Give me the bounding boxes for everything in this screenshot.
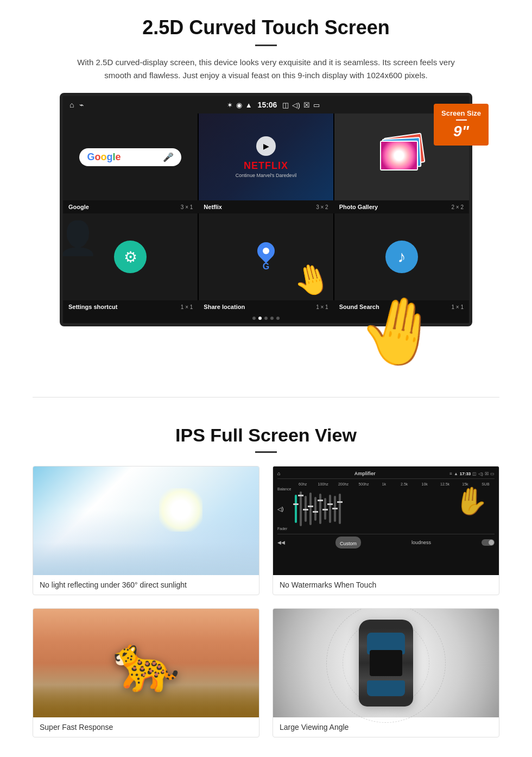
app-grid-top: Google 🎤 ▶ NETFLIX Continue Marvel's Dar… (63, 113, 469, 200)
hand-pointer-icon: 🤚 (289, 258, 333, 300)
flower-image (381, 142, 417, 169)
amp-speaker-icon: ◁) (277, 506, 293, 512)
google-logo: Google (87, 152, 121, 163)
slider-2 (300, 491, 302, 526)
slider-7 (324, 498, 326, 520)
gear-icon: ⚙ (124, 248, 137, 266)
thumb-5 (313, 511, 318, 513)
section2-title-divider (255, 451, 277, 453)
section1-title: 2.5D Curved Touch Screen (33, 16, 499, 39)
sunlight-label-text: No light reflecting under 360° direct su… (40, 581, 187, 589)
freq-500: 500hz (354, 482, 372, 486)
wifi-icon: ▲ (245, 101, 252, 109)
amp-balance-label: Balance (277, 487, 293, 491)
amp-menu-icon: ≡ (449, 471, 452, 476)
cheetah-emoji: 🐆 (112, 636, 180, 690)
device-mockup: Screen Size 9" ⌂ ⌁ ✶ ◉ ▲ 15:06 ◫ ◁) ☒ (60, 93, 472, 326)
thumb-10 (337, 501, 343, 503)
thumb-6 (318, 500, 323, 501)
cheetah-ground (33, 685, 259, 717)
amp-top-bar: ⌂ Amplifier ≡ ▲ 17:33 ◫ ◁) ☒ ▭ (277, 471, 495, 479)
section-curved-touch: 2.5D Curved Touch Screen With 2.5D curve… (0, 0, 532, 381)
amp-side-labels: Balance ◁) Fader (277, 487, 293, 531)
feature-sunlight: No light reflecting under 360° direct su… (33, 466, 259, 595)
photo-card-3 (380, 141, 418, 171)
netflix-app-cell[interactable]: ▶ NETFLIX Continue Marvel's Daredevil (199, 113, 333, 200)
soundsearch-size: 1 × 1 (451, 304, 464, 310)
dot-2-active (258, 317, 262, 320)
freq-12k5: 12.5k (436, 482, 454, 486)
amp-vol-icon: ◁) (478, 471, 483, 476)
sun-rays (159, 488, 202, 532)
mic-icon[interactable]: 🎤 (163, 152, 174, 162)
location-icon: ◉ (236, 101, 242, 109)
amp-time: 17:33 (460, 471, 471, 476)
photogallery-label: Photo Gallery (339, 204, 378, 210)
map-pin-dot (262, 247, 271, 256)
google-maps-marker: G (257, 242, 275, 272)
google-app-cell[interactable]: Google 🎤 (63, 113, 198, 200)
amplifier-label: No Watermarks When Touch (273, 575, 499, 595)
dot-3 (264, 317, 268, 320)
netflix-play-btn[interactable]: ▶ (256, 136, 276, 156)
freq-100: 100hz (314, 482, 332, 486)
settings-label-item: Settings shortcut 1 × 1 (63, 302, 198, 311)
sound-search-app-cell[interactable]: ♪ (334, 213, 469, 300)
map-pin-shape (254, 238, 278, 263)
share-location-app-cell[interactable]: G 🤚 (199, 213, 333, 300)
slider-8 (329, 495, 331, 523)
horizon-glow (33, 542, 259, 575)
section1-description: With 2.5D curved-display screen, this de… (76, 56, 456, 82)
settings-label: Settings shortcut (68, 304, 117, 310)
settings-app-cell[interactable]: 👤 ⚙ (63, 213, 198, 300)
amp-hand-overlay: ✋ (453, 484, 490, 518)
slider-1 (295, 495, 297, 523)
status-time: 15:06 (258, 100, 277, 109)
thumb-4 (308, 506, 313, 507)
amp-title: Amplifier (354, 471, 376, 476)
status-bar: ⌂ ⌁ ✶ ◉ ▲ 15:06 ◫ ◁) ☒ ▭ (63, 96, 469, 113)
dot-1 (252, 317, 256, 320)
amp-x-icon: ☒ (485, 471, 489, 476)
touch-hand-overlay: 🤚 (352, 287, 446, 376)
bg-ghost-1: 👤 (63, 219, 98, 257)
amp-custom-btn[interactable]: Custom (335, 537, 361, 548)
netflix-label: Netflix (204, 204, 222, 210)
screenx-icon: ☒ (303, 101, 310, 109)
freq-sub: SUB (477, 482, 495, 486)
amp-ui-container: ⌂ Amplifier ≡ ▲ 17:33 ◫ ◁) ☒ ▭ (273, 466, 499, 575)
sharelocation-size: 1 × 1 (316, 304, 328, 310)
features-grid: No light reflecting under 360° direct su… (33, 466, 499, 737)
photogallery-label-item: Photo Gallery 2 × 2 (334, 203, 469, 211)
amp-status-icons: ≡ ▲ 17:33 ◫ ◁) ☒ ▭ (449, 471, 495, 476)
volume-icon: ◁) (292, 101, 300, 109)
cheetah-label: Super Fast Response (33, 717, 259, 737)
freq-1k: 1k (375, 482, 393, 486)
freq-10k: 10k (415, 482, 433, 486)
car-rear-window (367, 680, 405, 696)
section-ips: IPS Full Screen View No light reflecting… (0, 414, 532, 754)
cheetah-image: 🐆 (33, 609, 259, 717)
sharelocation-label: Share location (204, 304, 245, 310)
photo-stack (380, 135, 423, 179)
freq-200: 200hz (334, 482, 352, 486)
car-roof (370, 650, 402, 676)
slider-6 (319, 494, 321, 524)
amp-home-icon: ⌂ (277, 471, 280, 476)
bluetooth-icon: ✶ (227, 101, 233, 109)
battery-icon: ▭ (313, 101, 320, 109)
sunlight-image (33, 466, 259, 575)
thumb-7 (322, 509, 328, 510)
amp-toggle[interactable] (482, 539, 495, 546)
status-bar-left: ⌂ ⌁ (69, 100, 84, 109)
home-icon[interactable]: ⌂ (69, 100, 74, 109)
dot-5 (276, 317, 280, 320)
amp-bottom-bar: ◀◀ Custom loudness (277, 534, 495, 548)
netflix-size: 3 × 2 (316, 204, 328, 210)
car-label-text: Large Viewing Angle (280, 723, 349, 731)
sharelocation-label-item: Share location 1 × 1 (198, 302, 333, 311)
google-search-bar[interactable]: Google 🎤 (79, 148, 181, 166)
cheetah-label-text: Super Fast Response (40, 723, 113, 731)
netflix-subtitle: Continue Marvel's Daredevil (236, 173, 296, 178)
sunlight-label: No light reflecting under 360° direct su… (33, 575, 259, 595)
